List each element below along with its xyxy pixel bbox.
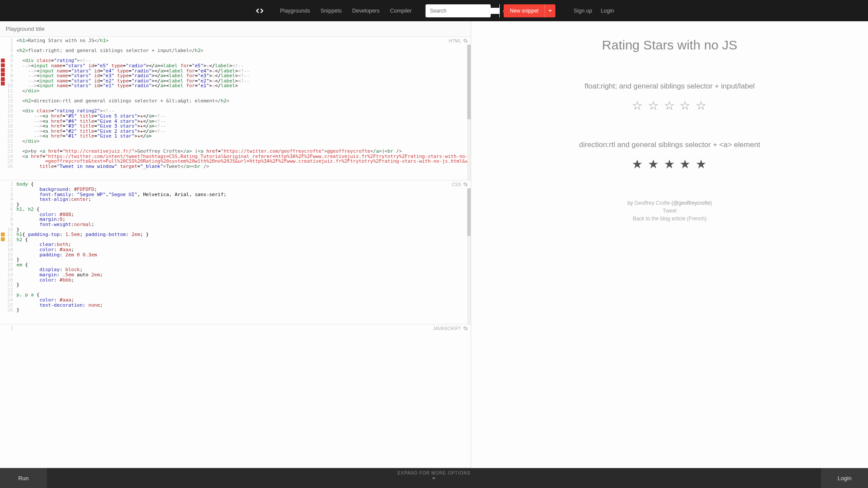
search-input[interactable]	[426, 8, 499, 14]
back-link[interactable]: Back to the blog article (French)	[633, 216, 706, 222]
nav-playgrounds[interactable]: Playgrounds	[280, 8, 310, 14]
pane-label-js: JAVASCRIPT	[433, 326, 461, 331]
scrollbar-thumb[interactable]	[467, 188, 471, 236]
code-content[interactable]: body { background: #FDFDFD; font-family:…	[17, 182, 471, 324]
expand-options[interactable]: EXPAND FOR MORE OPTIONS	[398, 471, 471, 480]
run-button[interactable]: Run	[0, 468, 47, 488]
gear-icon[interactable]	[463, 38, 468, 43]
bottom-toolbar: Run EXPAND FOR MORE OPTIONS Login	[0, 468, 868, 488]
code-content[interactable]: <h1>Rating Stars with no JS</h1><h2>floa…	[17, 38, 471, 180]
preview-pane: Rating Stars with no JS float:right; and…	[471, 21, 868, 468]
preview-heading-2b: direction:rtl and general siblings selec…	[471, 141, 868, 149]
by-prefix: by	[627, 200, 634, 206]
new-snippet-dropdown[interactable]	[545, 4, 555, 17]
js-editor-pane[interactable]: JAVASCRIPT 1	[0, 324, 471, 468]
nav-compiler[interactable]: Compiler	[390, 8, 412, 14]
nav-developers[interactable]: Developers	[352, 8, 380, 14]
top-nav: Playgrounds Snippets Developers Compiler…	[0, 0, 868, 21]
line-number-gutter: 1	[5, 326, 17, 468]
tweet-link[interactable]: Tweet	[663, 208, 677, 214]
search-box: All	[426, 4, 491, 17]
preview-heading-2a: float:right; and general siblings select…	[471, 82, 868, 91]
preview-heading-1: Rating Stars with no JS	[471, 38, 868, 52]
new-snippet-label: New snippet	[504, 8, 545, 14]
html-editor-pane[interactable]: HTML 12345678910111213141516171819202122…	[0, 37, 471, 180]
css-editor-pane[interactable]: CSS 123456789101112131415161718192021222…	[0, 180, 471, 324]
chevron-down-icon	[548, 10, 552, 12]
author-link[interactable]: Geoffrey Crofte	[634, 200, 670, 206]
gutter-markers	[0, 38, 5, 180]
scrollbar-thumb[interactable]	[467, 45, 471, 119]
byline: by Geoffrey Crofte (@geoffreycrofte) Twe…	[471, 199, 868, 223]
chevron-down-icon	[432, 478, 436, 479]
login-link[interactable]: Login	[601, 8, 614, 14]
gutter-markers	[0, 182, 5, 324]
nav-snippets[interactable]: Snippets	[320, 8, 342, 14]
author-handle: (@geoffreycrofte)	[671, 200, 712, 206]
line-number-gutter: 1234567891011121314151617181920212223242…	[5, 182, 17, 324]
playground-title-bar	[0, 21, 471, 37]
playground-title-input[interactable]	[6, 26, 465, 32]
gear-icon[interactable]	[463, 326, 468, 331]
line-number-gutter: 1234567891011121314151617181920212223242…	[5, 38, 17, 180]
stars-row-filled[interactable]: ★ ★ ★ ★ ★	[471, 157, 868, 171]
gutter-markers	[0, 326, 5, 468]
stars-row-empty[interactable]: ☆ ☆ ☆ ☆ ☆	[471, 98, 868, 113]
new-snippet-button[interactable]: New snippet	[504, 4, 555, 17]
pane-label-css: CSS	[452, 182, 461, 187]
footer-login-button[interactable]: Login	[821, 468, 868, 488]
logo-icon[interactable]	[254, 5, 265, 16]
gear-icon[interactable]	[463, 182, 468, 187]
code-content[interactable]	[17, 326, 471, 468]
pane-label-html: HTML	[449, 39, 461, 43]
signup-link[interactable]: Sign up	[574, 8, 592, 14]
expand-label: EXPAND FOR MORE OPTIONS	[398, 471, 471, 475]
